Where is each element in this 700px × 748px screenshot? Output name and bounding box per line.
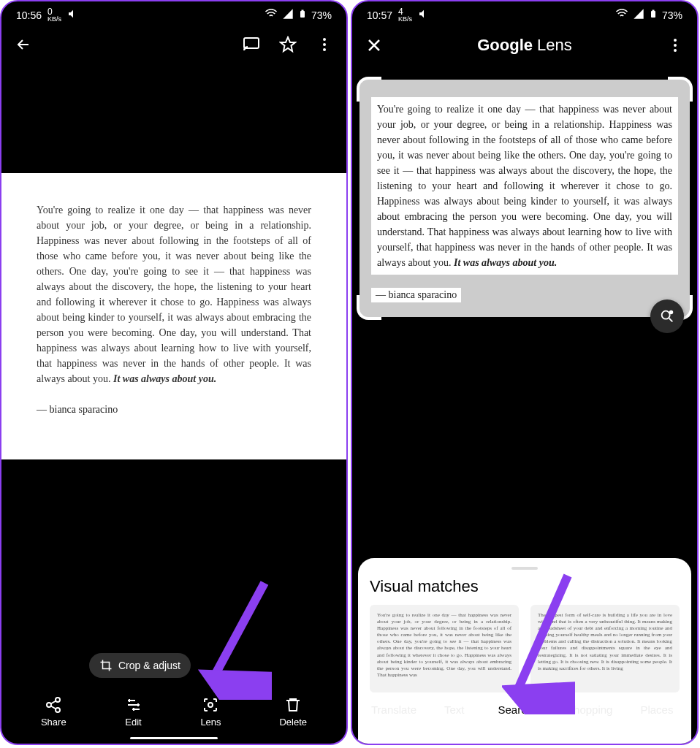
star-icon[interactable] xyxy=(279,36,297,53)
svg-point-16 xyxy=(662,311,670,319)
status-time: 10:56 xyxy=(16,9,42,21)
network-speed: 4KB/s xyxy=(398,7,412,23)
tab-text[interactable]: Text xyxy=(437,699,472,720)
delete-button[interactable]: Delete xyxy=(279,696,307,728)
svg-point-13 xyxy=(674,39,677,42)
quote-author: — bianca sparacino xyxy=(37,404,311,416)
home-indicator[interactable] xyxy=(130,737,218,739)
crop-label: Crop & adjust xyxy=(118,660,180,671)
svg-rect-11 xyxy=(651,11,655,18)
crop-corner-tr[interactable] xyxy=(668,77,693,102)
status-bar: 10:56 0KB/s 73% xyxy=(1,1,346,26)
battery-percent: 73% xyxy=(662,9,682,21)
annotation-arrow xyxy=(191,576,272,700)
mute-icon xyxy=(418,8,430,22)
mute-icon xyxy=(67,8,79,22)
edit-button[interactable]: Edit xyxy=(125,696,142,728)
crop-corner-bl[interactable] xyxy=(357,295,381,320)
cast-icon[interactable] xyxy=(243,36,260,53)
svg-point-8 xyxy=(56,708,60,712)
svg-rect-12 xyxy=(652,10,654,12)
svg-point-14 xyxy=(674,44,677,47)
status-time: 10:57 xyxy=(367,9,392,21)
sheet-handle[interactable] xyxy=(511,567,538,570)
svg-point-17 xyxy=(670,311,673,314)
crop-adjust-button[interactable]: Crop & adjust xyxy=(89,653,191,678)
svg-line-10 xyxy=(213,583,265,678)
lens-screen: 10:57 4KB/s 73% Google Lens You're xyxy=(351,0,699,745)
photos-top-bar xyxy=(1,26,346,64)
quote-body: You're going to realize it one day — tha… xyxy=(37,202,311,386)
close-icon[interactable] xyxy=(365,37,383,54)
battery-icon xyxy=(298,7,307,23)
share-button[interactable]: Share xyxy=(41,696,66,728)
signal-icon xyxy=(282,8,294,22)
tab-search[interactable]: Search xyxy=(485,698,547,722)
more-icon[interactable] xyxy=(316,36,333,53)
status-bar: 10:57 4KB/s 73% xyxy=(352,1,697,26)
svg-point-5 xyxy=(323,48,326,51)
match-card-2[interactable]: The deepest form of self-care is buildin… xyxy=(530,605,680,692)
signal-icon xyxy=(633,8,644,22)
battery-percent: 73% xyxy=(311,9,332,21)
svg-point-6 xyxy=(56,698,60,702)
crop-corner-tl[interactable] xyxy=(357,77,381,102)
match-card-1[interactable]: You're going to realize it one day — tha… xyxy=(370,605,519,692)
detected-author: — bianca sparacino xyxy=(371,288,461,302)
more-icon[interactable] xyxy=(666,37,684,54)
lens-search-fab[interactable] xyxy=(650,299,684,333)
svg-point-15 xyxy=(674,49,677,52)
svg-point-7 xyxy=(47,703,51,707)
network-speed: 0KB/s xyxy=(47,7,61,23)
back-icon[interactable] xyxy=(15,36,32,53)
wifi-icon xyxy=(265,7,278,23)
svg-point-4 xyxy=(323,43,326,46)
wifi-icon xyxy=(615,7,628,23)
match-row: You're going to realize it one day — tha… xyxy=(370,605,680,692)
svg-point-3 xyxy=(323,38,326,41)
lens-header: Google Lens xyxy=(352,26,697,65)
svg-rect-1 xyxy=(301,10,303,12)
tab-shopping[interactable]: Shopping xyxy=(559,699,620,720)
detected-text: You're going to realize it one day — tha… xyxy=(371,97,678,275)
lens-capture-area[interactable]: You're going to realize it one day — tha… xyxy=(359,80,690,317)
lens-button[interactable]: Lens xyxy=(200,696,221,728)
tab-translate[interactable]: Translate xyxy=(364,699,424,720)
home-indicator[interactable] xyxy=(481,737,568,739)
svg-point-9 xyxy=(208,703,213,707)
sheet-title: Visual matches xyxy=(370,577,680,596)
lens-tabs: Translate Text Search Shopping Places xyxy=(352,698,697,722)
lens-title: Google Lens xyxy=(477,36,572,55)
photos-screen: 10:56 0KB/s 73% xyxy=(0,0,348,745)
photo-content[interactable]: You're going to realize it one day — tha… xyxy=(1,173,346,459)
tab-places[interactable]: Places xyxy=(633,699,680,720)
photos-bottom-bar: Share Edit Lens Delete xyxy=(1,696,346,728)
svg-rect-0 xyxy=(300,11,305,18)
battery-icon xyxy=(649,7,658,23)
